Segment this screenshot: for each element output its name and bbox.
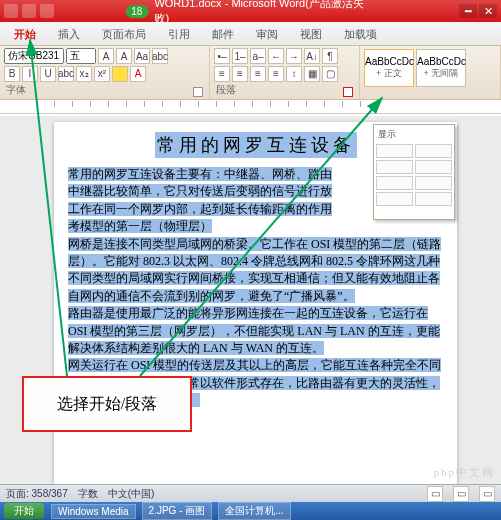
shading-button[interactable]: ▦ (304, 66, 320, 82)
tab-view[interactable]: 视图 (292, 24, 330, 45)
taskbar-item[interactable]: 全国计算机... (218, 502, 290, 520)
annotation-callout: 选择开始/段落 (22, 376, 192, 432)
font-size-input[interactable] (66, 48, 96, 64)
window-title: WORD1.docx - Microsoft Word(产品激活失败) (154, 0, 375, 26)
align-center-button[interactable]: ≡ (232, 66, 248, 82)
taskbar-item[interactable]: 2.JPG - 画图 (142, 502, 213, 520)
view-reading-icon[interactable]: ▭ (453, 486, 469, 502)
styles-pane[interactable]: 显示 (373, 124, 455, 220)
borders-button[interactable]: ▢ (322, 66, 338, 82)
tab-home[interactable]: 开始 (6, 24, 44, 45)
group-label-font: 字体 (6, 83, 26, 97)
clear-format-icon[interactable]: abc (152, 48, 168, 64)
decrease-indent-icon[interactable]: ← (268, 48, 284, 64)
align-left-button[interactable]: ≡ (214, 66, 230, 82)
show-marks-icon[interactable]: ¶ (322, 48, 338, 64)
qat-redo-icon[interactable] (40, 4, 54, 18)
strike-button[interactable]: abc (58, 66, 74, 82)
view-web-icon[interactable]: ▭ (479, 486, 495, 502)
title-bar: 18 WORD1.docx - Microsoft Word(产品激活失败) ━… (0, 0, 501, 22)
multilevel-button[interactable]: a– (250, 48, 266, 64)
tab-addins[interactable]: 加载项 (336, 24, 385, 45)
close-button[interactable]: ✕ (479, 4, 497, 18)
style-normal[interactable]: AaBbCcDc + 正文 (364, 49, 414, 87)
group-label-paragraph: 段落 (216, 83, 236, 97)
group-paragraph: •– 1– a– ← → A↓ ¶ ≡ ≡ ≡ ≡ ↕ ▦ ▢ 段落 (210, 46, 360, 99)
paragraph: 路由器是使用最广泛的能将异形网连接在一起的互连设备，它运行在 OSI 模型的第三… (68, 305, 443, 357)
bullets-button[interactable]: •– (214, 48, 230, 64)
qat-undo-icon[interactable] (22, 4, 36, 18)
tab-mailings[interactable]: 邮件 (204, 24, 242, 45)
align-right-button[interactable]: ≡ (250, 66, 266, 82)
highlight-button[interactable] (112, 66, 128, 82)
status-words[interactable]: 字数 (78, 487, 98, 501)
paragraph: 网桥是连接不同类型局域网的桥梁。它工作在 OSI 模型的第二层（链路层）。它能对… (68, 236, 443, 306)
numbering-button[interactable]: 1– (232, 48, 248, 64)
subscript-button[interactable]: x₂ (76, 66, 92, 82)
styles-pane-header: 显示 (376, 127, 452, 142)
autosave-badge: 18 (125, 5, 148, 18)
status-page[interactable]: 页面: 358/367 (6, 487, 68, 501)
paragraph-launcher-icon[interactable] (343, 87, 353, 97)
underline-button[interactable]: U (40, 66, 56, 82)
increase-indent-icon[interactable]: → (286, 48, 302, 64)
view-print-layout-icon[interactable]: ▭ (427, 486, 443, 502)
sort-icon[interactable]: A↓ (304, 48, 320, 64)
taskbar-item[interactable]: Windows Media (51, 504, 136, 519)
font-name-input[interactable] (4, 48, 64, 64)
tab-review[interactable]: 审阅 (248, 24, 286, 45)
tab-references[interactable]: 引用 (160, 24, 198, 45)
group-styles: AaBbCcDc + 正文 AaBbCcDc + 无间隔 (360, 46, 501, 99)
quick-access-toolbar (4, 4, 54, 18)
line-spacing-icon[interactable]: ↕ (286, 66, 302, 82)
font-launcher-icon[interactable] (193, 87, 203, 97)
word-status-bar: 页面: 358/367 字数 中文(中国) ▭ ▭ ▭ (0, 484, 501, 502)
superscript-button[interactable]: x² (94, 66, 110, 82)
tab-insert[interactable]: 插入 (50, 24, 88, 45)
style-no-spacing[interactable]: AaBbCcDc + 无间隔 (416, 49, 466, 87)
ribbon: A A Aa abc B I U abc x₂ x² A 字体 •– 1– a–… (0, 46, 501, 100)
tab-layout[interactable]: 页面布局 (94, 24, 154, 45)
italic-button[interactable]: I (22, 66, 38, 82)
group-font: A A Aa abc B I U abc x₂ x² A 字体 (0, 46, 210, 99)
windows-taskbar: 开始 Windows Media 2.JPG - 画图 全国计算机... (0, 502, 501, 520)
change-case-icon[interactable]: Aa (134, 48, 150, 64)
paragraph: 考模型的第一层（物理层） (68, 218, 443, 235)
watermark-text: php中文网 (434, 465, 496, 480)
status-language[interactable]: 中文(中国) (108, 487, 155, 501)
font-color-button[interactable]: A (130, 66, 146, 82)
grow-font-icon[interactable]: A (98, 48, 114, 64)
shrink-font-icon[interactable]: A (116, 48, 132, 64)
justify-button[interactable]: ≡ (268, 66, 284, 82)
qat-save-icon[interactable] (4, 4, 18, 18)
minimize-button[interactable]: ━ (459, 4, 477, 18)
start-button[interactable]: 开始 (4, 503, 44, 519)
bold-button[interactable]: B (4, 66, 20, 82)
horizontal-ruler[interactable] (0, 100, 501, 114)
